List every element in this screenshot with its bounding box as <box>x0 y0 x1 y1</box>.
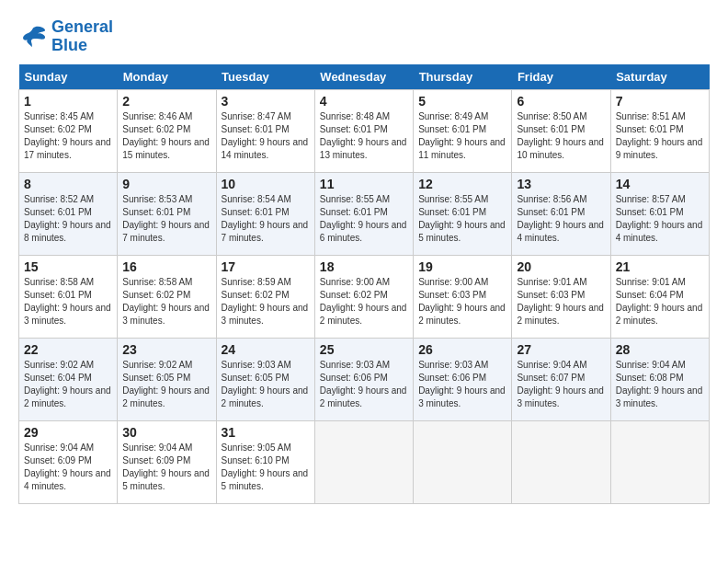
calendar-cell <box>512 420 610 503</box>
weekday-header-tuesday: Tuesday <box>216 64 314 90</box>
day-info: Sunrise: 8:58 AM Sunset: 6:01 PM Dayligh… <box>24 276 112 327</box>
day-number: 2 <box>122 94 210 109</box>
calendar-cell: 31 Sunrise: 9:05 AM Sunset: 6:10 PM Dayl… <box>216 420 314 503</box>
calendar-cell: 24 Sunrise: 9:03 AM Sunset: 6:05 PM Dayl… <box>216 338 314 420</box>
calendar-table: SundayMondayTuesdayWednesdayThursdayFrid… <box>18 64 710 504</box>
day-info: Sunrise: 8:51 AM Sunset: 6:01 PM Dayligh… <box>616 110 704 162</box>
calendar-cell: 25 Sunrise: 9:03 AM Sunset: 6:06 PM Dayl… <box>314 338 413 420</box>
calendar-cell: 2 Sunrise: 8:46 AM Sunset: 6:02 PM Dayli… <box>118 89 216 172</box>
day-number: 3 <box>222 94 310 109</box>
day-info: Sunrise: 9:04 AM Sunset: 6:07 PM Dayligh… <box>517 359 605 410</box>
calendar-cell: 10 Sunrise: 8:54 AM Sunset: 6:01 PM Dayl… <box>216 172 314 255</box>
calendar-cell: 6 Sunrise: 8:50 AM Sunset: 6:01 PM Dayli… <box>512 89 610 172</box>
calendar-cell: 11 Sunrise: 8:55 AM Sunset: 6:01 PM Dayl… <box>314 172 413 255</box>
day-info: Sunrise: 8:55 AM Sunset: 6:01 PM Dayligh… <box>418 193 506 245</box>
day-info: Sunrise: 9:04 AM Sunset: 6:09 PM Dayligh… <box>24 442 112 493</box>
weekday-header-saturday: Saturday <box>610 64 709 90</box>
calendar-cell: 30 Sunrise: 9:04 AM Sunset: 6:09 PM Dayl… <box>118 420 216 503</box>
calendar-cell: 23 Sunrise: 9:02 AM Sunset: 6:05 PM Dayl… <box>118 338 216 420</box>
calendar-cell: 7 Sunrise: 8:51 AM Sunset: 6:01 PM Dayli… <box>610 89 709 172</box>
day-number: 19 <box>418 259 506 274</box>
day-number: 22 <box>24 342 112 357</box>
calendar-cell: 12 Sunrise: 8:55 AM Sunset: 6:01 PM Dayl… <box>414 172 512 255</box>
weekday-header-wednesday: Wednesday <box>314 64 413 90</box>
day-number: 15 <box>24 259 112 274</box>
day-number: 26 <box>418 342 506 357</box>
calendar-cell: 9 Sunrise: 8:53 AM Sunset: 6:01 PM Dayli… <box>118 172 216 255</box>
day-info: Sunrise: 8:46 AM Sunset: 6:02 PM Dayligh… <box>122 110 210 162</box>
calendar-cell: 29 Sunrise: 9:04 AM Sunset: 6:09 PM Dayl… <box>19 420 118 503</box>
day-number: 5 <box>418 94 506 109</box>
day-number: 9 <box>122 177 210 191</box>
day-info: Sunrise: 8:47 AM Sunset: 6:01 PM Dayligh… <box>222 110 310 162</box>
calendar-week-3: 15 Sunrise: 8:58 AM Sunset: 6:01 PM Dayl… <box>19 255 710 338</box>
calendar-cell: 17 Sunrise: 8:59 AM Sunset: 6:02 PM Dayl… <box>216 255 314 338</box>
calendar-cell: 28 Sunrise: 9:04 AM Sunset: 6:08 PM Dayl… <box>610 338 709 420</box>
logo-text: General Blue <box>51 18 113 55</box>
day-number: 17 <box>222 259 310 274</box>
logo: General Blue <box>18 18 113 55</box>
calendar-cell: 5 Sunrise: 8:49 AM Sunset: 6:01 PM Dayli… <box>414 89 512 172</box>
day-number: 30 <box>122 425 210 440</box>
calendar-cell: 21 Sunrise: 9:01 AM Sunset: 6:04 PM Dayl… <box>610 255 709 338</box>
calendar-cell: 18 Sunrise: 9:00 AM Sunset: 6:02 PM Dayl… <box>314 255 413 338</box>
day-info: Sunrise: 8:50 AM Sunset: 6:01 PM Dayligh… <box>517 110 605 162</box>
calendar-cell <box>414 420 512 503</box>
day-number: 18 <box>320 259 408 274</box>
day-info: Sunrise: 8:59 AM Sunset: 6:02 PM Dayligh… <box>222 276 310 327</box>
day-info: Sunrise: 9:03 AM Sunset: 6:06 PM Dayligh… <box>320 359 408 410</box>
calendar-cell: 26 Sunrise: 9:03 AM Sunset: 6:06 PM Dayl… <box>414 338 512 420</box>
day-info: Sunrise: 8:49 AM Sunset: 6:01 PM Dayligh… <box>418 110 506 162</box>
day-info: Sunrise: 8:48 AM Sunset: 6:01 PM Dayligh… <box>320 110 408 162</box>
day-number: 31 <box>222 425 310 440</box>
day-info: Sunrise: 9:03 AM Sunset: 6:05 PM Dayligh… <box>222 359 310 410</box>
day-info: Sunrise: 9:01 AM Sunset: 6:03 PM Dayligh… <box>517 276 605 327</box>
calendar-cell: 1 Sunrise: 8:45 AM Sunset: 6:02 PM Dayli… <box>19 89 118 172</box>
day-number: 7 <box>616 94 704 109</box>
day-number: 16 <box>122 259 210 274</box>
calendar-cell: 13 Sunrise: 8:56 AM Sunset: 6:01 PM Dayl… <box>512 172 610 255</box>
calendar-week-2: 8 Sunrise: 8:52 AM Sunset: 6:01 PM Dayli… <box>19 172 710 255</box>
calendar-cell: 15 Sunrise: 8:58 AM Sunset: 6:01 PM Dayl… <box>19 255 118 338</box>
day-number: 21 <box>616 259 704 274</box>
calendar-week-1: 1 Sunrise: 8:45 AM Sunset: 6:02 PM Dayli… <box>19 89 710 172</box>
day-info: Sunrise: 8:52 AM Sunset: 6:01 PM Dayligh… <box>24 193 112 245</box>
day-number: 12 <box>418 177 506 191</box>
day-info: Sunrise: 8:58 AM Sunset: 6:02 PM Dayligh… <box>122 276 210 327</box>
weekday-header-monday: Monday <box>118 64 216 90</box>
day-number: 27 <box>517 342 605 357</box>
day-number: 28 <box>616 342 704 357</box>
calendar-cell <box>314 420 413 503</box>
day-info: Sunrise: 8:54 AM Sunset: 6:01 PM Dayligh… <box>222 193 310 245</box>
day-info: Sunrise: 9:05 AM Sunset: 6:10 PM Dayligh… <box>222 442 310 493</box>
day-info: Sunrise: 8:53 AM Sunset: 6:01 PM Dayligh… <box>122 193 210 245</box>
calendar-cell: 8 Sunrise: 8:52 AM Sunset: 6:01 PM Dayli… <box>19 172 118 255</box>
day-number: 23 <box>122 342 210 357</box>
day-info: Sunrise: 9:04 AM Sunset: 6:08 PM Dayligh… <box>616 359 704 410</box>
day-number: 8 <box>24 177 112 191</box>
calendar-cell <box>610 420 709 503</box>
day-number: 14 <box>616 177 704 191</box>
day-number: 29 <box>24 425 112 440</box>
day-info: Sunrise: 9:02 AM Sunset: 6:04 PM Dayligh… <box>24 359 112 410</box>
day-number: 20 <box>517 259 605 274</box>
weekday-header-sunday: Sunday <box>19 64 118 90</box>
day-number: 6 <box>517 94 605 109</box>
day-info: Sunrise: 9:00 AM Sunset: 6:03 PM Dayligh… <box>418 276 506 327</box>
calendar-cell: 20 Sunrise: 9:01 AM Sunset: 6:03 PM Dayl… <box>512 255 610 338</box>
day-number: 25 <box>320 342 408 357</box>
day-number: 11 <box>320 177 408 191</box>
day-number: 13 <box>517 177 605 191</box>
day-number: 4 <box>320 94 408 109</box>
day-number: 24 <box>222 342 310 357</box>
weekday-header-thursday: Thursday <box>414 64 512 90</box>
calendar-week-4: 22 Sunrise: 9:02 AM Sunset: 6:04 PM Dayl… <box>19 338 710 420</box>
day-info: Sunrise: 8:56 AM Sunset: 6:01 PM Dayligh… <box>517 193 605 245</box>
calendar-cell: 16 Sunrise: 8:58 AM Sunset: 6:02 PM Dayl… <box>118 255 216 338</box>
calendar-cell: 3 Sunrise: 8:47 AM Sunset: 6:01 PM Dayli… <box>216 89 314 172</box>
day-info: Sunrise: 9:00 AM Sunset: 6:02 PM Dayligh… <box>320 276 408 327</box>
calendar-cell: 19 Sunrise: 9:00 AM Sunset: 6:03 PM Dayl… <box>414 255 512 338</box>
day-info: Sunrise: 9:04 AM Sunset: 6:09 PM Dayligh… <box>122 442 210 493</box>
day-info: Sunrise: 8:45 AM Sunset: 6:02 PM Dayligh… <box>24 110 112 162</box>
calendar-cell: 22 Sunrise: 9:02 AM Sunset: 6:04 PM Dayl… <box>19 338 118 420</box>
